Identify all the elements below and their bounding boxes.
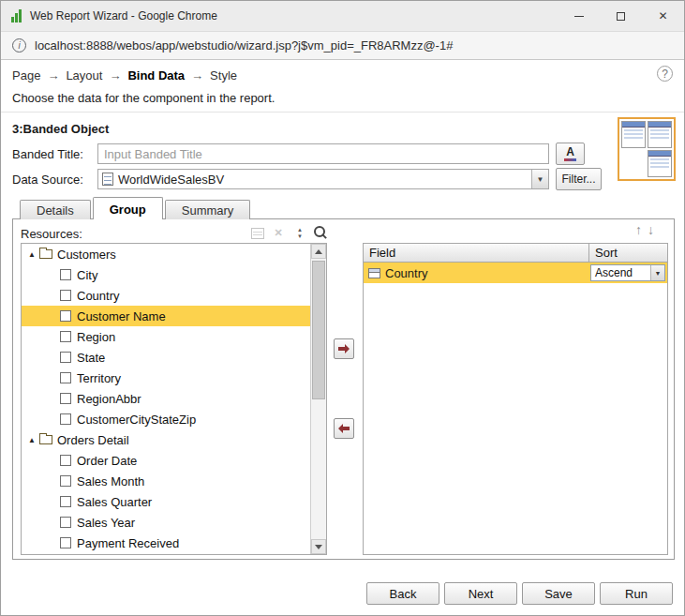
breadcrumb-separator: → <box>191 68 203 83</box>
folder-icon <box>39 435 52 444</box>
app-logo-icon <box>11 9 22 23</box>
move-up-icon[interactable]: ↑ <box>635 223 642 236</box>
scroll-down-icon <box>315 545 322 549</box>
tree-item-payment-received[interactable]: Payment Received <box>22 533 310 553</box>
info-glyph: i <box>18 40 20 51</box>
checkbox[interactable] <box>60 517 71 528</box>
tab-details[interactable]: Details <box>20 200 91 219</box>
checkbox[interactable] <box>60 372 71 383</box>
tree-item-sales-month[interactable]: Sales Month <box>22 471 310 491</box>
tab-bar: DetailsGroupSummary <box>20 197 252 219</box>
tree-item-state[interactable]: State <box>22 347 310 368</box>
breadcrumb-item-page[interactable]: Page <box>12 68 40 83</box>
tree-label: Sales Year <box>77 516 135 530</box>
search-icon[interactable] <box>314 226 328 240</box>
page-info-icon[interactable]: i <box>12 38 26 53</box>
tree-item-regionabbr[interactable]: RegionAbbr <box>22 388 310 409</box>
sort-icon[interactable] <box>293 226 307 240</box>
insert-formula-icon[interactable] <box>251 228 264 239</box>
scrollbar-thumb[interactable] <box>312 261 325 399</box>
checkbox[interactable] <box>60 537 71 548</box>
data-source-combo[interactable]: WorldWideSalesBV ▼ <box>97 169 549 189</box>
move-down-icon[interactable]: ↓ <box>648 223 654 236</box>
remove-icon[interactable]: ✕ <box>272 226 286 240</box>
remove-field-button[interactable] <box>334 418 354 439</box>
help-icon[interactable]: ? <box>657 66 673 82</box>
breadcrumb-item-style[interactable]: Style <box>210 68 237 83</box>
sort-dropdown[interactable]: Ascend▼ <box>590 264 665 281</box>
dropdown-arrow-icon[interactable]: ▼ <box>531 170 548 188</box>
tab-summary[interactable]: Summary <box>165 200 251 219</box>
tree-label: Customers <box>57 248 116 262</box>
tree-label: Orders Detail <box>57 433 129 447</box>
tree-item-territory[interactable]: Territory <box>22 368 310 388</box>
add-field-button[interactable] <box>334 338 354 359</box>
tree-folder-customers[interactable]: Customers <box>22 244 310 264</box>
tree-label: City <box>77 268 97 282</box>
tree-scrollbar[interactable] <box>310 244 326 554</box>
preview-page-icon <box>648 150 672 177</box>
expand-icon[interactable] <box>28 436 39 444</box>
tree-label: Country <box>77 289 120 303</box>
minimize-button[interactable] <box>558 1 600 31</box>
checkbox[interactable] <box>60 352 71 363</box>
reorder-controls: ↑ ↓ <box>635 223 654 236</box>
resources-toolbar: ✕ <box>251 226 328 240</box>
tree-folder-orders-detail[interactable]: Orders Detail <box>22 429 310 450</box>
banded-title-input[interactable] <box>97 143 549 164</box>
save-button[interactable]: Save <box>522 582 595 605</box>
close-button[interactable]: ✕ <box>642 1 684 31</box>
tree-item-customercitystatezip[interactable]: CustomerCityStateZip <box>22 409 310 429</box>
tree-label: Order Date <box>77 454 137 468</box>
minimize-icon <box>574 16 584 17</box>
checkbox[interactable] <box>60 290 71 301</box>
tree-item-sales-year[interactable]: Sales Year <box>22 512 310 533</box>
page-description: Choose the data for the component in the… <box>12 91 275 105</box>
tree-item-sales-quarter[interactable]: Sales Quarter <box>22 491 310 512</box>
breadcrumb-item-bind-data[interactable]: Bind Data <box>127 68 185 83</box>
checkbox[interactable] <box>60 475 71 487</box>
tree-label: RegionAbbr <box>77 392 141 406</box>
tree-item-customer-name[interactable]: Customer Name <box>22 306 310 326</box>
checkbox[interactable] <box>60 393 71 404</box>
right-arrow-icon <box>337 343 350 354</box>
checkbox[interactable] <box>60 310 71 322</box>
expand-icon[interactable] <box>28 250 39 259</box>
filter-button[interactable]: Filter... <box>556 168 602 190</box>
group-row-country[interactable]: CountryAscend▼ <box>364 263 667 283</box>
tree-item-country[interactable]: Country <box>22 285 310 306</box>
checkbox[interactable] <box>60 269 71 280</box>
font-style-button[interactable]: A <box>556 143 585 165</box>
maximize-icon <box>617 12 625 21</box>
field-cell: Country <box>364 266 588 280</box>
resource-tree-box: CustomersCityCountryCustomer NameRegionS… <box>21 243 327 555</box>
tree-item-region[interactable]: Region <box>22 326 310 347</box>
dropdown-arrow-icon[interactable]: ▼ <box>650 265 664 280</box>
checkbox[interactable] <box>60 455 71 466</box>
checkbox[interactable] <box>60 496 71 507</box>
tree-label: Sales Month <box>77 474 144 488</box>
address-bar: i localhost:8888/webos/app/webstudio/wiz… <box>1 32 684 60</box>
scroll-up-button[interactable] <box>311 244 326 259</box>
scroll-down-button[interactable] <box>311 539 326 554</box>
checkbox[interactable] <box>60 413 71 425</box>
browser-window: Web Report Wizard - Google Chrome ✕ i lo… <box>0 0 685 616</box>
back-button[interactable]: Back <box>366 582 439 605</box>
column-header-sort: Sort <box>588 244 667 262</box>
column-header-field: Field <box>364 244 588 262</box>
checkbox[interactable] <box>60 331 71 342</box>
tree-item-order-date[interactable]: Order Date <box>22 450 310 471</box>
footer-buttons: BackNextSaveRun <box>366 582 673 605</box>
breadcrumb-item-layout[interactable]: Layout <box>66 68 102 83</box>
field-value: Country <box>385 266 428 280</box>
next-button[interactable]: Next <box>444 582 517 605</box>
run-button[interactable]: Run <box>600 582 673 605</box>
group-field-icon <box>368 268 380 278</box>
window-title: Web Report Wizard - Google Chrome <box>30 9 217 23</box>
tree-label: Region <box>77 330 115 344</box>
tree-item-city[interactable]: City <box>22 264 310 285</box>
url-text[interactable]: localhost:8888/webos/app/webstudio/wizar… <box>35 38 453 53</box>
tab-group[interactable]: Group <box>93 197 163 219</box>
data-source-value: WorldWideSalesBV <box>118 173 531 187</box>
maximize-button[interactable] <box>600 1 642 31</box>
